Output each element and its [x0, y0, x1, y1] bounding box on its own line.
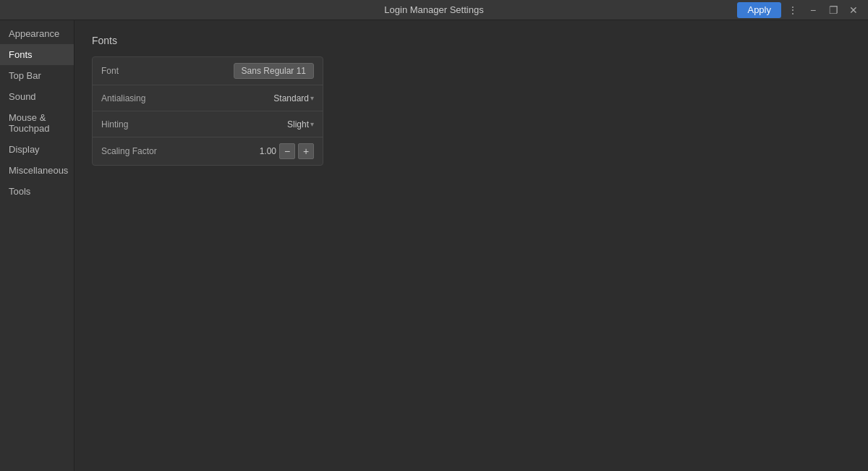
scaling-factor-decrement-button[interactable]: − — [279, 143, 295, 159]
sidebar-item-miscellaneous[interactable]: Miscellaneous — [0, 160, 74, 181]
scaling-factor-row: Scaling Factor 1.00 − + — [93, 137, 323, 165]
font-label: Font — [101, 66, 119, 76]
antialiasing-control: Standard ▾ — [273, 93, 314, 103]
sidebar-item-tools[interactable]: Tools — [0, 181, 74, 202]
font-control: Sans Regular 11 — [234, 63, 314, 79]
antialiasing-label: Antialiasing — [101, 93, 145, 103]
close-button[interactable]: ✕ — [845, 2, 862, 18]
hinting-row: Hinting Slight ▾ — [93, 111, 323, 137]
scaling-factor-value: 1.00 — [255, 146, 276, 156]
sidebar-item-fonts[interactable]: Fonts — [0, 44, 74, 65]
more-options-button[interactable]: ⋮ — [784, 2, 801, 18]
scaling-factor-label: Scaling Factor — [101, 146, 157, 156]
sidebar-item-mouse-touchpad[interactable]: Mouse & Touchpad — [0, 107, 74, 139]
title-bar: Login Manager Settings Apply ⋮ − ❐ ✕ — [0, 0, 868, 20]
title-bar-right: Apply ⋮ − ❐ ✕ — [737, 2, 862, 18]
apply-button[interactable]: Apply — [737, 2, 781, 18]
antialiasing-value: Standard — [273, 93, 309, 103]
restore-button[interactable]: ❐ — [825, 2, 842, 18]
sidebar-item-display[interactable]: Display — [0, 139, 74, 160]
sidebar-item-appearance[interactable]: Appearance — [0, 23, 74, 44]
hinting-value: Slight — [287, 119, 309, 130]
scaling-factor-increment-button[interactable]: + — [298, 143, 314, 159]
antialiasing-dropdown-arrow[interactable]: ▾ — [310, 94, 314, 102]
hinting-control: Slight ▾ — [287, 119, 314, 130]
font-row: Font Sans Regular 11 — [93, 57, 323, 85]
window-title: Login Manager Settings — [384, 4, 483, 15]
minimize-button[interactable]: − — [804, 2, 822, 18]
fonts-settings-panel: Font Sans Regular 11 Antialiasing Standa… — [92, 56, 323, 166]
section-title: Fonts — [92, 35, 851, 46]
sidebar: Appearance Fonts Top Bar Sound Mouse & T… — [0, 20, 75, 471]
content-area: Fonts Font Sans Regular 11 Antialiasing … — [75, 20, 868, 471]
scaling-factor-control: 1.00 − + — [255, 143, 314, 159]
main-layout: Appearance Fonts Top Bar Sound Mouse & T… — [0, 20, 868, 471]
hinting-label: Hinting — [101, 119, 128, 130]
sidebar-item-topbar[interactable]: Top Bar — [0, 65, 74, 86]
font-picker-button[interactable]: Sans Regular 11 — [234, 63, 314, 79]
antialiasing-row: Antialiasing Standard ▾ — [93, 85, 323, 111]
sidebar-item-sound[interactable]: Sound — [0, 86, 74, 107]
hinting-dropdown-arrow[interactable]: ▾ — [310, 120, 314, 128]
